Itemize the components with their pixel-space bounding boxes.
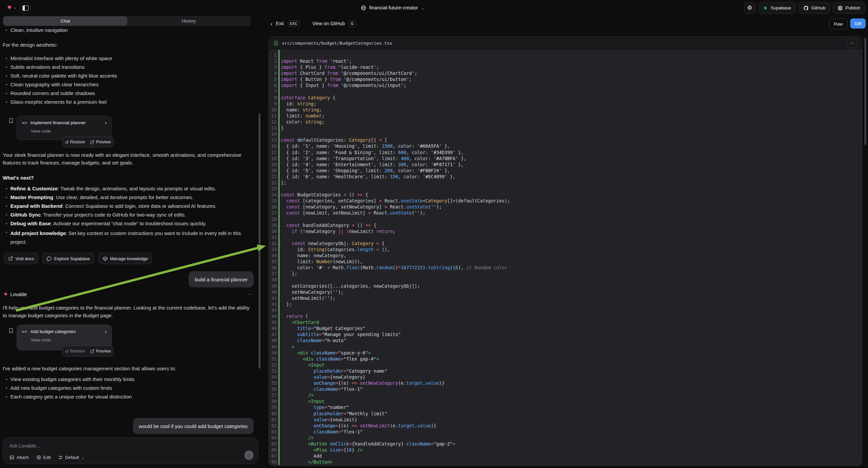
chevron-down-icon: ⌄	[421, 6, 425, 10]
attach-button[interactable]: Attach	[9, 455, 29, 460]
collapse-file-button[interactable]	[846, 38, 857, 48]
tab-history[interactable]: History	[127, 17, 250, 26]
view-mode-toggle: Raw Diff	[829, 19, 866, 29]
g-shortcut-badge: G	[349, 21, 356, 27]
settings-button[interactable]: ⚙	[744, 2, 755, 14]
publish-label: Publish	[845, 5, 860, 10]
supabase-button[interactable]: Supabase	[758, 2, 796, 14]
list-item: Add new budget categories with custom li…	[3, 385, 254, 391]
prompt-placeholder: Ask Lovable...	[9, 443, 40, 448]
external-link-icon	[8, 256, 13, 261]
code-toolbar: ‹ Exit ESC View on GitHub G	[271, 19, 355, 29]
send-button[interactable]: ↑	[244, 450, 254, 460]
list-item: Master Prompting: Use clear, detailed, a…	[3, 194, 254, 201]
sliders-icon	[58, 455, 63, 460]
list-item: Clean typography with clear hierarchies	[3, 81, 254, 88]
github-icon	[803, 5, 809, 11]
visit-docs-button[interactable]: Visit docs	[4, 253, 38, 264]
bookmark-icon[interactable]	[8, 117, 14, 124]
restore-button[interactable]: ↺ Restore	[65, 349, 85, 354]
restore-icon: ↺	[65, 140, 68, 145]
globe-icon	[361, 5, 366, 11]
chevron-right-icon: ›	[105, 120, 107, 125]
preview-button[interactable]: Preview	[90, 349, 111, 353]
exit-button[interactable]: Exit	[276, 21, 283, 26]
design-heading: For the design aesthetic:	[3, 41, 254, 49]
project-switcher[interactable]: financial-future-creator ⌄	[349, 0, 436, 16]
code-icon: <>	[22, 329, 27, 334]
chevron-down-icon: ⌄	[81, 455, 85, 460]
diff-added-bar	[278, 50, 279, 465]
file-added-icon	[274, 40, 278, 46]
version-actions: ↺ Restore Preview	[62, 137, 114, 147]
list-item: Subtle animations and transitions	[3, 64, 254, 70]
version-card-title: Add budget categories	[30, 329, 102, 334]
chat-bubble-icon	[46, 256, 52, 261]
supabase-bolt-icon	[763, 5, 768, 11]
assistant-header: ♥ Lovable	[4, 291, 27, 297]
message-menu-icon[interactable]: ⋯	[248, 291, 253, 297]
code-lines: import React from 'react';import { Plus …	[277, 52, 862, 465]
quick-actions: Visit docs Explore Supabase Manage knowl…	[4, 253, 152, 264]
user-message: would be cool if you could add budget ca…	[133, 418, 254, 434]
code-viewer: src/components/budget/BudgetCategories.t…	[269, 36, 862, 466]
assistant-paragraph: Your sleek financial planner is now read…	[3, 151, 254, 167]
list-item: Each category gets a unique color for vi…	[3, 393, 254, 400]
prompt-input-box[interactable]: Ask Lovable... Attach Edit Default ⌄	[3, 437, 258, 464]
list-item: View existing budget categories with the…	[3, 376, 254, 383]
view-code-link[interactable]: View code	[31, 338, 107, 343]
github-button[interactable]: GitHub	[799, 2, 830, 14]
bookmark-icon[interactable]	[8, 327, 14, 334]
diff-tab[interactable]: Diff	[850, 19, 866, 29]
code-scrollbar[interactable]	[864, 38, 866, 145]
restore-button[interactable]: ↺ Restore	[65, 140, 85, 145]
list-item: Debug with Ease: Activate our experiment…	[3, 220, 254, 227]
chat-scrollbar[interactable]	[259, 114, 260, 369]
list-item: Rounded corners and subtle shadows	[3, 90, 254, 97]
list-item: Expand with Backend: Connect Supabase to…	[3, 203, 254, 209]
file-path: src/components/budget/BudgetCategories.t…	[282, 40, 392, 46]
publish-button[interactable]: Publish	[833, 2, 865, 14]
list-item: Soft, neutral color palette with light b…	[3, 72, 254, 79]
tab-chat[interactable]: Chat	[3, 17, 127, 26]
chat-panel: Chat History Clean, intuitive navigation…	[0, 0, 262, 468]
mode-selector[interactable]: Default ⌄	[58, 455, 85, 460]
list-item: Glass-morphic elements for a premium fee…	[3, 99, 254, 106]
list-item: GitHub Sync: Transfer your project's cod…	[3, 211, 254, 218]
publish-globe-icon	[837, 5, 843, 11]
chevron-left-icon[interactable]: ‹	[271, 21, 273, 27]
list-item: Clean, intuitive navigation	[3, 27, 254, 34]
user-message: build a financial planner	[189, 271, 254, 287]
list-item: Minimalist interface with plenty of whit…	[3, 55, 254, 62]
esc-shortcut-badge: ESC	[288, 21, 300, 27]
external-link-icon	[90, 349, 94, 353]
target-icon	[36, 455, 41, 460]
version-actions: ↺ Restore Preview	[62, 346, 114, 356]
whats-next-heading: What's next?	[3, 174, 254, 182]
view-on-github-button[interactable]: View on GitHub	[312, 21, 345, 26]
lovable-heart-icon: ♥	[4, 291, 7, 297]
explore-supabase-button[interactable]: Explore Supabase	[42, 253, 94, 264]
list-item: Refine & Customize: Tweak the design, an…	[3, 185, 254, 192]
code-icon: <>	[22, 120, 27, 125]
assistant-paragraph: I've added a new budget categories manag…	[3, 364, 254, 372]
list-item: Add project knowledge: Set key context o…	[3, 229, 254, 246]
restore-icon: ↺	[65, 349, 68, 354]
file-header[interactable]: src/components/budget/BudgetCategories.t…	[269, 37, 862, 50]
edit-button[interactable]: Edit	[36, 455, 51, 460]
chevron-right-icon: ›	[105, 329, 107, 334]
package-icon	[103, 256, 108, 261]
assistant-name: Lovable	[10, 292, 27, 297]
raw-tab[interactable]: Raw	[829, 19, 847, 29]
image-icon	[9, 455, 14, 460]
code-editor[interactable]: 12345678⌄9101112131415⌄16171819202122232…	[269, 50, 862, 465]
chevron-up-icon	[850, 41, 854, 45]
chat-tabbar: Chat History	[3, 16, 251, 26]
preview-button[interactable]: Preview	[90, 140, 111, 144]
view-code-link[interactable]: View code	[31, 128, 107, 134]
arrow-up-icon: ↑	[248, 452, 250, 458]
app-window: ♥ ⌄ financial-future-creator ⌄ ⚙ Supabas…	[0, 0, 868, 468]
github-label: GitHub	[811, 5, 826, 10]
manage-knowledge-button[interactable]: Manage knowledge	[98, 253, 152, 264]
gear-icon: ⚙	[747, 5, 752, 11]
